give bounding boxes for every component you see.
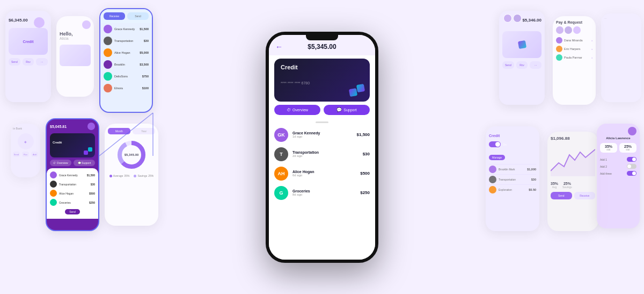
tx-info-0: Grace Kennedy 1d ago	[292, 131, 353, 138]
br1-av-0	[489, 166, 496, 173]
tl3-name-2: Alice Hogan	[114, 51, 137, 54]
tl1-btn-send[interactable]: Send	[9, 58, 20, 66]
tl3-av-4	[104, 72, 112, 81]
card-logo-sq2	[356, 83, 365, 92]
tr2-contact-action-1[interactable]: ›	[591, 47, 592, 51]
br3-stat-label-2: stat	[621, 148, 635, 151]
bl1-add[interactable]: Add	[31, 152, 38, 157]
br1-action-btn[interactable]: Manage	[489, 155, 505, 160]
tr2-contact-action-0[interactable]: ›	[591, 39, 592, 42]
bl2-tx-av-4	[50, 199, 57, 206]
phone-tr1: $5,346.00 Send Rcv ···	[499, 11, 545, 105]
card-title: Credit	[281, 64, 363, 70]
br2-btn-send[interactable]: Send	[551, 192, 572, 199]
br1-av-1	[489, 176, 496, 183]
br1-amt-0: $1,000	[527, 168, 536, 171]
bl1-receive[interactable]: Rcv	[22, 152, 29, 157]
br3-toggle-label-3: Add three	[600, 172, 612, 175]
br2-stat-1: 35% Avg	[551, 182, 558, 189]
tl3-tab-send[interactable]: Send	[127, 12, 149, 20]
tr2-av-2	[565, 26, 572, 34]
tx-amount-2: $500	[360, 171, 370, 176]
tr1-more[interactable]: ···	[530, 61, 541, 69]
br3-name: Alicia Lawrence	[600, 137, 636, 140]
bl2-send-button[interactable]: Send	[65, 209, 80, 214]
tl2-avatar	[82, 20, 91, 29]
br1-list-item-0: Brooklin Mark $1,000	[489, 164, 536, 174]
tr1-card-icon	[517, 40, 526, 49]
tr2-contact-av-2	[556, 54, 562, 61]
overview-icon: ⏱	[287, 107, 291, 112]
br1-list: Brooklin Mark $1,000 Transportation $30 …	[489, 164, 536, 195]
tl3-amt-5: $100	[142, 87, 149, 90]
br1-amt-2: $0.50	[529, 188, 536, 191]
tl3-list: Grace Kennedy $1,500 Transportation $30 …	[100, 23, 152, 94]
br3-toggle-dot-3	[632, 171, 636, 175]
tx-amount-3: $250	[360, 190, 370, 195]
br1-toggle[interactable]: On	[489, 141, 536, 147]
phone-tr2: Pay & Request Dana Miranda › Eric Harper…	[553, 16, 596, 105]
bl3-tab-year[interactable]: Year	[133, 128, 155, 134]
tx-info-3: Groceries 8d ago	[292, 189, 356, 196]
tl1-btn-receive[interactable]: Rcv	[23, 58, 34, 66]
bl3-tabs: Month Year	[108, 128, 155, 134]
br1-av-2	[489, 186, 496, 193]
tr3-placeholder: ···	[604, 17, 638, 20]
bl3-legend-average: Average 35%	[109, 174, 130, 177]
tx-item-0: GK Grace Kennedy 1d ago $1,500	[269, 125, 375, 145]
tl3-name-5: Elnora	[114, 87, 140, 90]
phone-screen: ← $5,345.00 Credit **** **** **** 6780 ⏱…	[269, 35, 375, 260]
tx-time-1: 2d ago	[292, 154, 358, 157]
tr2-contact-action-2[interactable]: ›	[591, 56, 592, 59]
tx-name-2: Alice Hogan	[292, 170, 356, 174]
br1-toggle-pill[interactable]	[489, 141, 501, 147]
bl1-label: In Bank	[11, 124, 40, 131]
phone-bl3: Month Year $5,345.00 Average 35%	[105, 124, 158, 226]
br3-toggle-label-1: Add 1	[600, 158, 607, 161]
bl1-send[interactable]: Send	[13, 152, 20, 157]
tr2-contact-av-1	[556, 46, 562, 52]
support-button[interactable]: 💬 Support	[324, 105, 370, 115]
bl2-tx-name-3: Alice Hogan	[59, 192, 87, 195]
br1-amt-1: $30	[531, 178, 536, 181]
tx-amount-1: $30	[363, 152, 370, 156]
br1-title: Credit	[489, 134, 500, 138]
bl2-btn-support[interactable]: 💬 Support	[74, 160, 95, 166]
tl3-amt-1: $30	[144, 39, 149, 42]
tr2-contact-name-1: Eric Harpers	[564, 47, 590, 51]
tx-name-0: Grace Kennedy	[292, 131, 353, 135]
br1-name-2: Exploration	[499, 188, 526, 191]
br3-stat-val-2: 25%	[621, 145, 635, 148]
br3-toggle-3[interactable]	[627, 171, 636, 176]
tl3-av-5	[104, 84, 112, 92]
tx-name-3: Groceries	[292, 189, 356, 193]
bl2-tx-amt-2: $30	[91, 183, 95, 186]
bl2-btn-overview[interactable]: ⏱ Overview	[50, 160, 71, 166]
tr2-av-3	[573, 26, 581, 34]
tl3-tab-receive[interactable]: Receive	[104, 12, 125, 20]
br3-toggle-2[interactable]	[627, 164, 636, 169]
bl3-center-amount: $5,345.00	[125, 153, 139, 156]
bl2-tx-amt-3: $500	[89, 192, 95, 195]
bl2-tx-name-1: Grace Kennedy	[59, 174, 85, 177]
br3-toggle-1[interactable]	[627, 157, 636, 162]
tl3-list-item-0: Grace Kennedy $1,500	[100, 23, 152, 35]
tl1-btn-more[interactable]: ···	[36, 58, 48, 66]
bl3-tab-month[interactable]: Month	[108, 128, 130, 134]
tx-avatar-1: T	[274, 147, 288, 161]
overview-label: Overview	[292, 108, 308, 112]
br2-stat-label-1: Avg	[551, 185, 558, 189]
phone-br1: Credit On Manage Brooklin Mark $1,000 Tr…	[486, 126, 539, 231]
action-buttons: ⏱ Overview 💬 Support	[274, 105, 370, 115]
bl3-legend: Average 35% Savings 25%	[108, 174, 155, 177]
back-arrow-icon[interactable]: ←	[275, 42, 283, 51]
tr1-send[interactable]: Send	[502, 61, 514, 69]
bl2-card: Credit	[50, 133, 95, 157]
tr1-rcv[interactable]: Rcv	[516, 61, 528, 69]
tl3-name-4: DelioSons	[114, 75, 140, 78]
tr2-contact-name-2: Paula Parmar	[564, 56, 590, 59]
tl1-card: Credit	[9, 28, 48, 55]
overview-button[interactable]: ⏱ Overview	[274, 105, 320, 115]
br2-btn-receive[interactable]: Receive	[574, 192, 596, 199]
tl3-av-1	[104, 37, 112, 45]
